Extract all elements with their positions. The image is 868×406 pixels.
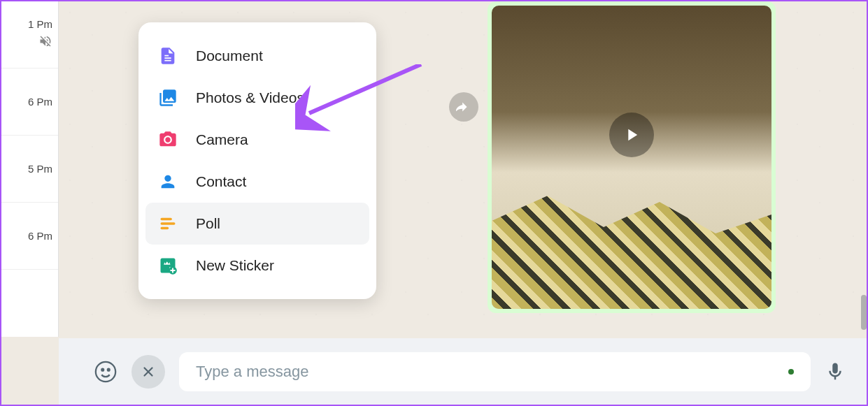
message-input[interactable] — [196, 363, 781, 381]
poll-icon — [157, 212, 179, 235]
read-ticks-icon — [750, 291, 764, 303]
chat-list-item[interactable]: 5 Pm — [1, 136, 58, 203]
chat-time: 6 Pm — [28, 230, 52, 242]
menu-item-new-sticker[interactable]: New Sticker — [145, 245, 369, 287]
mute-icon — [38, 34, 52, 52]
menu-item-document[interactable]: Document — [145, 35, 369, 77]
hd-badge: HD — [499, 292, 516, 303]
scrollbar-thumb[interactable] — [861, 295, 867, 330]
svg-point-5 — [96, 361, 115, 381]
document-icon — [157, 45, 179, 67]
menu-label: Document — [196, 48, 263, 64]
message-input-container — [179, 352, 811, 391]
chat-time: 5 Pm — [28, 163, 52, 175]
composer-bar — [59, 338, 867, 405]
contact-icon — [157, 171, 179, 193]
chat-list-item[interactable]: 1 Pm — [1, 1, 58, 68]
mic-icon[interactable] — [825, 361, 846, 382]
menu-label: Photos & Videos — [196, 89, 304, 106]
svg-rect-0 — [161, 218, 172, 221]
video-overlay: HD 0:09 5:09 pm — [499, 291, 764, 303]
forward-button[interactable] — [449, 92, 478, 122]
attach-close-button[interactable] — [131, 355, 165, 389]
menu-label: New Sticker — [196, 257, 274, 274]
menu-item-camera[interactable]: Camera — [145, 119, 369, 161]
attach-menu: Document Photos & Videos Camera Contact … — [138, 22, 376, 299]
input-indicator-dot — [788, 369, 794, 375]
menu-item-contact[interactable]: Contact — [145, 161, 369, 203]
svg-rect-2 — [161, 227, 169, 230]
menu-label: Contact — [196, 173, 246, 190]
svg-rect-1 — [161, 222, 176, 225]
chat-time: 1 Pm — [28, 18, 52, 30]
svg-point-7 — [108, 368, 110, 370]
sidebar: 1 Pm 6 Pm 5 Pm 6 Pm — [1, 1, 59, 337]
menu-label: Camera — [196, 131, 248, 148]
sticker-icon — [157, 254, 179, 277]
video-message-bubble: HD 0:09 5:09 pm — [488, 1, 776, 313]
photos-icon — [157, 87, 179, 109]
menu-item-poll[interactable]: Poll — [145, 203, 369, 245]
emoji-icon[interactable] — [94, 360, 118, 384]
chat-list-item[interactable]: 6 Pm — [1, 203, 58, 270]
video-duration: 0:09 — [523, 291, 543, 303]
play-icon — [609, 113, 654, 157]
chat-list-item[interactable]: 6 Pm — [1, 68, 58, 136]
message-time: 5:09 pm — [709, 291, 746, 303]
video-thumbnail[interactable]: HD 0:09 5:09 pm — [492, 6, 771, 309]
chat-time: 6 Pm — [28, 96, 52, 108]
camera-icon — [157, 129, 179, 151]
menu-item-photos-videos[interactable]: Photos & Videos — [145, 77, 369, 119]
svg-point-6 — [101, 368, 104, 370]
menu-label: Poll — [196, 215, 220, 232]
